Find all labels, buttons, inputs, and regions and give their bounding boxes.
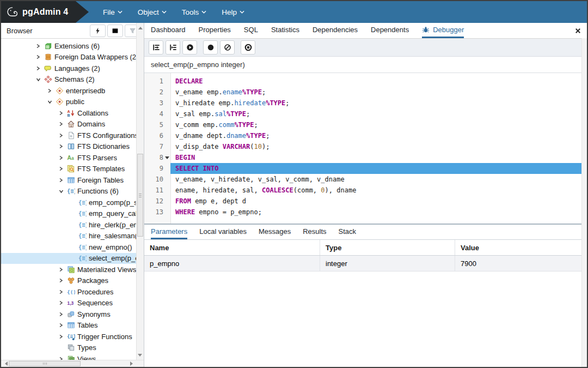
tab-debugger[interactable]: Debugger [422,23,464,38]
tree-item-extensions-6[interactable]: Extensions (6) [1,40,144,52]
code-line-4[interactable]: 4v_sal emp.sal%TYPE; [144,108,587,119]
code-line-text[interactable]: v_dname dept.dname%TYPE; [170,130,587,141]
gutter-line-number-3[interactable]: 3 [144,98,170,108]
tree-item-trigger-functions[interactable]: {≡}Trigger Functions [1,331,144,342]
tree-item-languages-2[interactable]: Languages (2) [1,63,144,74]
chevron-right-icon[interactable] [36,55,44,59]
tab-dependents[interactable]: Dependents [371,23,409,38]
scroll-down-arrow[interactable] [138,354,142,359]
chevron-right-icon[interactable] [59,144,66,149]
tree-horizontal-scrollbar[interactable] [1,360,144,367]
continue-button[interactable] [182,40,197,55]
tree-item-foreign-tables[interactable]: Foreign Tables [1,174,144,186]
chevron-right-icon[interactable] [59,133,66,138]
close-panel-button[interactable] [574,27,581,34]
tree-item-functions-6[interactable]: {≡}Functions (6) [1,186,144,197]
code-line-text[interactable]: v_disp_date VARCHAR(10); [170,141,587,152]
gutter-line-number-13[interactable]: 13 [144,207,170,218]
code-line-9[interactable]: 9SELECT INTO [144,163,587,174]
chevron-right-icon[interactable] [47,88,55,93]
tree-item-tables[interactable]: Tables [1,320,144,331]
tree-item-sequences[interactable]: 1,3Sequences [1,298,144,309]
tree-item-synonyms[interactable]: Synonyms [1,309,144,320]
tree-item-fts-templates[interactable]: FTS Templates [1,164,144,175]
gutter-line-number-12[interactable]: 12 [144,196,170,207]
gutter-line-number-2[interactable]: 2 [144,87,170,98]
bottom-tab-results[interactable]: Results [303,225,326,239]
tree-item-hire-clerk-p-enar[interactable]: {≡}hire_clerk(p_enar [1,219,144,231]
code-line-2[interactable]: 2v_ename emp.ename%TYPE; [144,87,587,98]
tab-statistics[interactable]: Statistics [271,23,299,38]
tree-item-emp-query-calle[interactable]: {≡}emp_query_calle [1,208,144,220]
chevron-down-icon[interactable] [36,77,44,82]
gutter-line-number-7[interactable]: 7 [144,141,170,152]
chevron-right-icon[interactable] [59,289,66,294]
toggle-breakpoint-button[interactable] [203,40,218,55]
code-line-12[interactable]: 12FROM emp e, dept d [144,196,587,207]
scroll-up-arrow[interactable] [138,25,143,29]
chevron-right-icon[interactable] [59,267,66,272]
tab-dashboard[interactable]: Dashboard [151,23,186,38]
scroll-right-arrow[interactable] [130,361,135,366]
code-line-3[interactable]: 3v_hiredate emp.hiredate%TYPE; [144,98,587,108]
bottom-tab-messages[interactable]: Messages [259,225,291,239]
tree-item-fts-configurations[interactable]: FTS Configurations [1,130,144,141]
quick-search-button[interactable] [90,25,106,37]
chevron-right-icon[interactable] [59,300,66,305]
tree-item-emp-comp-p-sa[interactable]: {≡}emp_comp(p_sa [1,197,144,208]
code-line-10[interactable]: 10v_ename, v_hiredate, v_sal, v_comm, v_… [144,174,587,185]
chevron-down-icon[interactable] [47,100,55,104]
step-into-button[interactable] [149,40,163,55]
tree-item-fts-parsers[interactable]: AaFTS Parsers [1,152,144,164]
gutter-line-number-9[interactable]: 9 [144,163,170,174]
gutter-line-number-1[interactable]: 1 [144,76,170,87]
tree-item-domains[interactable]: Domains [1,119,144,130]
code-line-6[interactable]: 6v_dname dept.dname%TYPE; [144,130,587,141]
bottom-tab-parameters[interactable]: Parameters [151,225,187,239]
gutter-line-number-8[interactable]: 8 [144,152,170,163]
tree-item-select-emp-p-en[interactable]: {≡}select_emp(p_en [1,253,144,264]
code-line-text[interactable]: SELECT INTO [170,163,587,174]
code-line-5[interactable]: 5v_comm emp.comm%TYPE; [144,119,587,130]
code-editor[interactable]: 1DECLARE2v_ename emp.ename%TYPE;3v_hired… [144,73,587,224]
menu-object[interactable]: Object [138,8,167,16]
vertical-scroll-thumb[interactable] [137,154,143,237]
code-line-text[interactable]: DECLARE [170,76,587,87]
gutter-line-number-11[interactable]: 11 [144,185,170,196]
gutter-line-number-4[interactable]: 4 [144,108,170,119]
tab-dependencies[interactable]: Dependencies [313,23,358,38]
code-line-text[interactable]: v_hiredate emp.hiredate%TYPE; [170,98,587,108]
step-over-button[interactable] [166,40,180,55]
scroll-left-arrow[interactable] [3,361,8,366]
code-line-text[interactable]: ename, hiredate, sal, COALESCE(comm, 0),… [170,185,587,196]
code-line-13[interactable]: 13WHERE empno = p_empno; [144,207,587,218]
code-line-text[interactable]: v_ename emp.ename%TYPE; [170,87,587,98]
code-line-text[interactable]: v_ename, v_hiredate, v_sal, v_comm, v_dn… [170,174,587,185]
gutter-line-number-10[interactable]: 10 [144,174,170,185]
code-line-text[interactable]: v_comm emp.comm%TYPE; [170,119,587,130]
bottom-tab-stack[interactable]: Stack [339,225,357,239]
code-line-8[interactable]: 8BEGIN [144,152,587,163]
menu-help[interactable]: Help [222,8,244,16]
chevron-right-icon[interactable] [59,166,66,171]
code-line-text[interactable]: WHERE empno = p_empno; [170,207,587,218]
tree-item-hire-salesman-p[interactable]: {≡}hire_salesman(p_ [1,231,144,242]
tree-item-fts-dictionaries[interactable]: FTS Dictionaries [1,141,144,153]
code-line-11[interactable]: 11ename, hiredate, sal, COALESCE(comm, 0… [144,185,587,196]
clear-breakpoints-button[interactable] [220,40,235,55]
chevron-down-icon[interactable] [59,189,66,194]
tree-item-packages[interactable]: Packages [1,275,144,287]
code-line-text[interactable]: FROM emp e, dept d [170,196,587,207]
tree-vertical-scrollbar[interactable] [136,23,144,360]
code-line-7[interactable]: 7v_disp_date VARCHAR(10); [144,141,587,152]
chevron-right-icon[interactable] [59,312,66,317]
tree-item-collations[interactable]: ABCollations [1,107,144,119]
tree-item-public[interactable]: public [1,96,144,108]
bottom-tab-local-variables[interactable]: Local variables [199,225,247,239]
main-vertical-scrollbar[interactable] [581,38,587,367]
chevron-right-icon[interactable] [59,122,66,126]
tree-item-new-empno[interactable]: {≡}new_empno() [1,242,144,253]
horizontal-scroll-thumb[interactable] [9,361,81,366]
chevron-right-icon[interactable] [36,66,44,71]
gutter-line-number-6[interactable]: 6 [144,130,170,141]
